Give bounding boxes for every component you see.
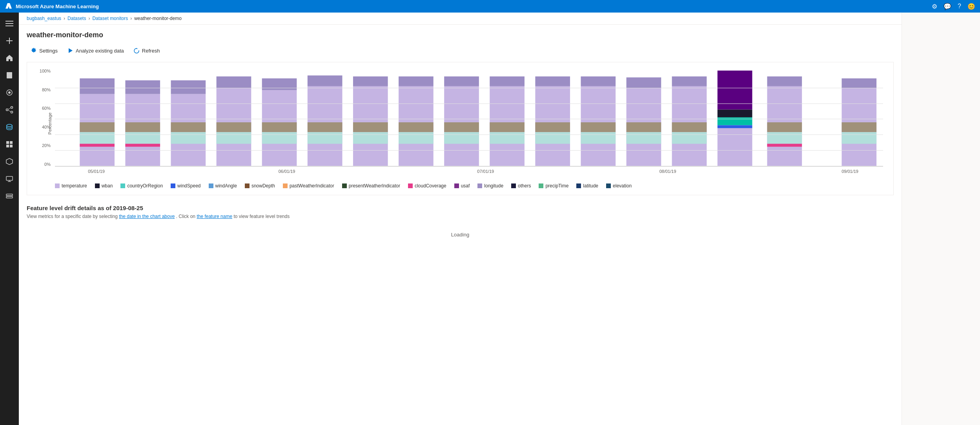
gridlines xyxy=(55,69,883,166)
sidebar-item-datastores[interactable] xyxy=(2,188,17,204)
sidebar-item-datasets[interactable] xyxy=(2,119,17,135)
legend-label-latitude: latitude xyxy=(583,183,598,189)
x-label-0601: 06/01/19 xyxy=(279,169,295,174)
right-panel xyxy=(902,13,980,425)
svg-marker-0 xyxy=(5,3,12,9)
feedback-icon[interactable]: 💬 xyxy=(944,3,951,10)
legend-label-elevation: elevation xyxy=(613,183,632,189)
svg-rect-19 xyxy=(10,141,13,144)
gridline-40 xyxy=(55,134,883,135)
legend-cloudCoverage: cloudCoverage xyxy=(408,183,446,189)
settings-btn-icon xyxy=(31,47,37,54)
chart-x-axis: 05/01/19 06/01/19 07/01/19 08/01/19 09/0… xyxy=(55,167,883,178)
x-label-0701: 07/01/19 xyxy=(477,169,494,174)
x-label-0901: 09/01/19 xyxy=(842,169,858,174)
legend-color-presentWeatherIndicator xyxy=(342,183,347,188)
sidebar-item-home[interactable] xyxy=(2,50,17,66)
legend-color-elevation xyxy=(606,183,611,188)
legend-pastWeatherIndicator: pastWeatherIndicator xyxy=(283,183,334,189)
svg-marker-27 xyxy=(69,48,73,53)
legend-label-windSpeed: windSpeed xyxy=(177,183,200,189)
legend-label-countryOrRegion: countryOrRegion xyxy=(127,183,163,189)
svg-rect-3 xyxy=(5,25,13,26)
chart-container: 100% 80% 60% 40% 20% 0% xyxy=(27,62,894,195)
settings-button[interactable]: Settings xyxy=(27,45,62,56)
settings-label: Settings xyxy=(39,48,58,54)
breadcrumb-sep-1: › xyxy=(64,16,65,21)
legend-label-temperature: temperature xyxy=(62,183,87,189)
svg-rect-9 xyxy=(7,76,10,76)
svg-rect-7 xyxy=(7,74,11,74)
x-label-0501: 05/01/19 xyxy=(88,169,105,174)
analyze-label: Analyze existing data xyxy=(76,48,124,54)
legend-color-snowDepth xyxy=(245,183,250,188)
legend-longitude: longitude xyxy=(477,183,503,189)
legend-label-others: others xyxy=(518,183,531,189)
legend-label-snowDepth: snowDepth xyxy=(251,183,275,189)
chart-plot-area[interactable] xyxy=(55,69,883,167)
svg-rect-8 xyxy=(7,75,11,75)
legend-color-windAngle xyxy=(209,183,213,188)
sidebar-item-notebooks[interactable] xyxy=(2,67,17,83)
settings-icon[interactable]: ⚙ xyxy=(932,3,937,10)
legend-others: others xyxy=(511,183,531,189)
legend-countryOrRegion: countryOrRegion xyxy=(120,183,163,189)
legend-label-precipTime: precipTime xyxy=(545,183,568,189)
analyze-icon xyxy=(67,47,73,54)
breadcrumb-monitors[interactable]: Dataset monitors xyxy=(92,16,128,21)
legend-color-temperature xyxy=(55,183,60,188)
help-icon[interactable]: ? xyxy=(958,3,961,10)
sidebar-item-menu[interactable] xyxy=(2,16,17,31)
x-label-0801: 08/01/19 xyxy=(659,169,676,174)
legend-label-presentWeatherIndicator: presentWeatherIndicator xyxy=(349,183,400,189)
legend-label-windAngle: windAngle xyxy=(215,183,237,189)
y-label-20: 20% xyxy=(42,143,51,148)
svg-rect-22 xyxy=(6,176,13,180)
legend-wban: wban xyxy=(95,183,113,189)
legend-elevation: elevation xyxy=(606,183,632,189)
breadcrumb-workspace[interactable]: bugbash_eastus xyxy=(27,16,61,21)
breadcrumb-sep-3: › xyxy=(130,16,132,21)
breadcrumb-sep-2: › xyxy=(88,16,90,21)
sidebar-item-models[interactable] xyxy=(2,136,17,152)
breadcrumb-datasets[interactable]: Datasets xyxy=(67,16,86,21)
page-content: weather-monitor-demo Settings Analyze ex… xyxy=(19,25,902,425)
svg-rect-26 xyxy=(6,196,13,198)
svg-rect-20 xyxy=(6,145,9,147)
svg-rect-18 xyxy=(6,141,9,144)
legend-color-precipTime xyxy=(539,183,543,188)
legend-color-latitude xyxy=(576,183,581,188)
legend-label-longitude: longitude xyxy=(484,183,503,189)
sidebar-item-experiments[interactable] xyxy=(2,85,17,100)
chart-wrapper[interactable]: 100% 80% 60% 40% 20% 0% xyxy=(33,69,887,178)
feature-section-desc: View metrics for a specific date by sele… xyxy=(27,214,894,219)
topbar-icons: ⚙ 💬 ? 😊 xyxy=(932,3,975,10)
toolbar: Settings Analyze existing data Refresh xyxy=(27,45,894,56)
legend-usaf: usaf xyxy=(454,183,470,189)
legend-label-usaf: usaf xyxy=(461,183,470,189)
feature-section: Feature level drift details as of 2019-0… xyxy=(27,205,894,245)
feature-desc-link1[interactable]: the date in the chart above xyxy=(119,214,175,219)
account-icon[interactable]: 😊 xyxy=(967,3,975,10)
sidebar-item-new[interactable] xyxy=(2,33,17,49)
legend-label-wban: wban xyxy=(102,183,113,189)
refresh-icon xyxy=(133,47,140,54)
y-label-60: 60% xyxy=(42,106,51,111)
refresh-button[interactable]: Refresh xyxy=(129,45,164,56)
analyze-button[interactable]: Analyze existing data xyxy=(63,45,128,56)
sidebar-item-pipelines[interactable] xyxy=(2,102,17,118)
legend-latitude: latitude xyxy=(576,183,598,189)
sidebar-item-compute[interactable] xyxy=(2,171,17,187)
main-layout: bugbash_eastus › Datasets › Dataset moni… xyxy=(0,13,980,425)
feature-desc-start: View metrics for a specific date by sele… xyxy=(27,214,118,219)
legend-temperature: temperature xyxy=(55,183,87,189)
svg-line-16 xyxy=(8,110,11,112)
loading-indicator: Loading xyxy=(27,224,894,245)
legend-color-longitude xyxy=(477,183,482,188)
gridline-20 xyxy=(55,150,883,151)
legend-label-cloudCoverage: cloudCoverage xyxy=(415,183,446,189)
sidebar-item-endpoints[interactable] xyxy=(2,154,17,169)
legend-color-countryOrRegion xyxy=(120,183,125,188)
azure-logo-icon xyxy=(5,2,13,10)
feature-desc-link2[interactable]: the feature name xyxy=(197,214,232,219)
